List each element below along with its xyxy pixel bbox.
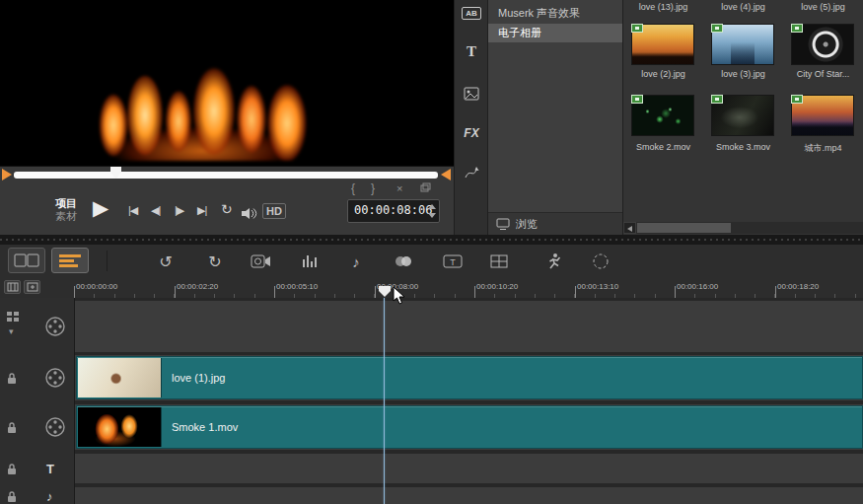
clip-label: Smoke 1.mov [172,421,238,433]
library-item-label[interactable]: love (4).jpg [703,2,783,12]
lock-icon[interactable] [7,371,17,389]
transition-tab[interactable]: AB [455,2,488,20]
library-item-label[interactable]: Smoke 3.mov [703,142,783,152]
customize-toolbar-button[interactable] [589,250,612,273]
loop-button[interactable]: ↻ [221,201,233,217]
music-track-icon[interactable]: ♪ [46,488,53,503]
effects-button[interactable] [392,250,415,273]
toolbar-divider [107,251,108,271]
video-editor-app: { } × 项目 素材 ▶ |◀ ◀| |▶ ▶| ↻ HD 00:00:08:… [0,0,863,504]
library-item-label[interactable]: 城市.mp4 [783,142,863,155]
play-button[interactable]: ▶ [93,196,108,220]
video-track-lane[interactable] [75,301,863,352]
photo-badge-icon [791,24,803,33]
preview-scrubber[interactable] [0,168,454,183]
timeline-view-button[interactable] [51,248,89,273]
playhead-marker[interactable] [379,286,391,297]
auto-music-button[interactable]: ♪ [344,250,368,273]
video-badge-icon [711,95,723,104]
ruler-label: 00:00:02:20 [177,282,218,291]
subtitle-editor-button[interactable]: T [441,250,465,273]
overlay-track-2: Smoke 1.mov [0,404,863,450]
delete-icon[interactable]: × [396,181,402,195]
overlay-track-icon[interactable] [43,366,67,394]
mode-clip[interactable]: 素材 [45,210,87,223]
motion-path-tab[interactable] [455,166,488,183]
library-item-label[interactable]: City Of Star... [783,69,863,79]
go-start-button[interactable]: |◀ [128,204,137,217]
split-screen-button[interactable] [487,250,511,273]
go-end-button[interactable]: ▶| [197,204,206,217]
video-track-icon[interactable] [43,315,67,342]
spin-down-icon[interactable] [428,213,436,218]
track-manager-button[interactable] [4,280,21,294]
lock-icon[interactable] [7,462,17,479]
hd-toggle[interactable]: HD [262,203,286,219]
panel-resize-grip[interactable] [0,235,863,245]
trim-end-handle[interactable] [441,169,451,180]
overlay-tab[interactable] [455,87,488,105]
timeline-icon [58,252,82,268]
photo-badge-icon [711,24,723,33]
library-item-label[interactable]: Smoke 2.mov [623,142,703,152]
storyboard-view-button[interactable] [8,248,45,273]
library-item-label[interactable]: love (3).jpg [703,69,783,79]
library-thumbnail-smoke3[interactable] [711,95,774,136]
timeline-clip-smoke1[interactable]: Smoke 1.mov [76,405,863,449]
library-thumbnail-love2[interactable] [631,24,694,65]
scrollbar-thumb[interactable] [637,223,731,233]
scroll-left-icon[interactable] [623,222,636,234]
library-item-label[interactable]: love (13).jpg [623,2,703,12]
timecode-spinner[interactable] [428,203,436,219]
dashed-loop-icon [592,252,610,270]
timecode-value: 00:00:08:06 [354,203,432,217]
library-item-label[interactable]: love (2).jpg [623,69,703,79]
library-thumbnail-smoke2[interactable] [631,95,694,136]
lock-icon[interactable] [7,420,17,438]
playhead-line[interactable] [384,298,385,504]
enlarge-preview-icon[interactable] [420,181,431,195]
music-track-lane[interactable] [75,487,863,504]
lock-icon[interactable] [7,489,17,504]
scrubber-track[interactable] [14,172,438,179]
folder-item-photo-album[interactable]: 电子相册 [488,24,623,42]
media-tool-rail: AB T FX [454,0,488,235]
sound-mixer-button[interactable] [298,250,322,273]
add-track-button[interactable] [24,280,40,294]
overlay-manager-icon[interactable] [6,309,20,326]
browse-icon [496,218,510,231]
library-item-label[interactable]: love (5).jpg [783,2,863,12]
library-horizontal-scrollbar[interactable] [623,222,863,234]
filter-tab[interactable]: FX [455,126,488,140]
photo-badge-icon [631,24,643,33]
ruler-label: 00:00:00:00 [76,282,117,291]
library-thumbnail-city-of-stars[interactable] [791,24,854,65]
title-track-icon[interactable]: T [46,462,54,476]
fx-icon: FX [464,126,478,140]
mark-out-icon[interactable]: } [371,181,375,195]
motion-tracking-button[interactable] [542,250,566,273]
next-frame-button[interactable]: |▶ [175,204,183,217]
browse-bar[interactable]: 浏览 [488,212,623,235]
undo-button[interactable]: ↺ [154,250,178,273]
record-capture-button[interactable] [249,250,272,273]
title-tab[interactable]: T [455,43,488,60]
mode-project[interactable]: 项目 [45,197,87,210]
redo-button[interactable]: ↻ [203,250,227,273]
title-t-icon: T [467,43,476,59]
folder-item-sound-effects[interactable]: Muserk 声音效果 [488,4,623,23]
library-thumbnail-love3[interactable] [711,24,774,65]
volume-icon[interactable] [241,206,257,224]
chevron-down-icon[interactable]: ▾ [9,326,14,336]
library-thumbnail-city-mp4[interactable] [791,95,854,136]
title-track-lane[interactable] [75,454,863,483]
timecode-box[interactable]: 00:00:08:06 [347,199,440,223]
mark-in-icon[interactable]: { [351,181,355,195]
prev-frame-button[interactable]: ◀| [151,204,160,217]
timeline-ruler[interactable]: 00:00:00:00 00:00:02:20 00:00:05:10 00:0… [74,277,863,299]
trim-start-handle[interactable] [2,169,12,180]
spin-up-icon[interactable] [428,204,436,209]
subtitle-icon: T [443,253,463,269]
timeline-clip-love1[interactable]: love (1).jpg [76,356,863,399]
overlay-track-icon[interactable] [43,415,67,443]
